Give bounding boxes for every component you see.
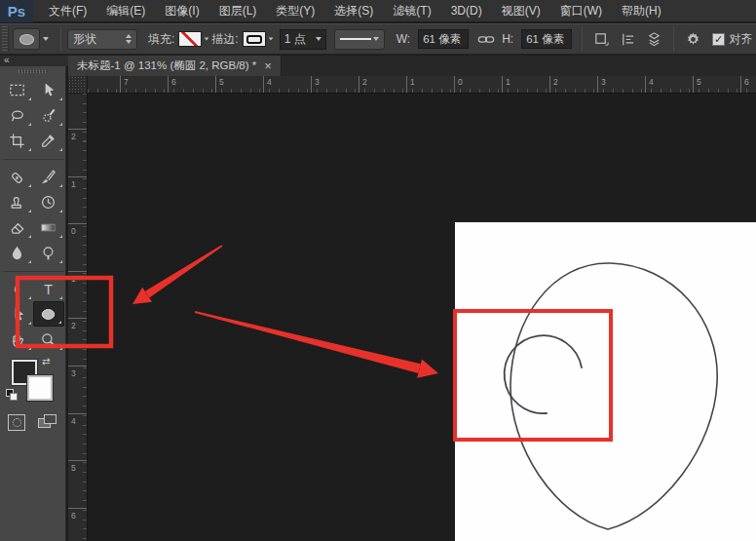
align-edges-checkbox[interactable]: ✓ <box>712 33 725 46</box>
history-brush-tool[interactable] <box>33 189 64 214</box>
vruler-tick-0: 0 <box>68 223 87 224</box>
screen-mode-button[interactable] <box>38 414 57 431</box>
photoshop-logo: Ps <box>0 0 33 22</box>
tool-mode-value: 形状 <box>73 31 96 48</box>
ellipse-tool-preset-icon <box>13 28 40 50</box>
type-icon: T <box>39 280 57 298</box>
menu-item-0[interactable]: 文件(F) <box>39 0 96 22</box>
horizontal-ruler[interactable]: 76543210123456 <box>88 76 756 94</box>
gear-icon[interactable] <box>685 31 701 48</box>
hruler-tick-4: 4 <box>645 76 646 93</box>
menu-items: 文件(F)编辑(E)图像(I)图层(L)类型(Y)选择(S)滤镜(T)3D(D)… <box>33 0 671 22</box>
menu-item-7[interactable]: 3D(D) <box>441 0 492 22</box>
hruler-tick-0: 0 <box>454 76 455 93</box>
collapse-panel-button[interactable]: « <box>0 56 68 66</box>
path-arrangement-icon[interactable] <box>646 31 662 48</box>
spot-healing-brush-icon <box>8 168 26 186</box>
spot-healing-brush-tool[interactable] <box>2 164 33 189</box>
ruler-origin-corner[interactable] <box>68 76 88 94</box>
chevron-down-icon <box>268 37 273 40</box>
menu-item-5[interactable]: 选择(S) <box>324 0 383 22</box>
tools-grid: T <box>0 77 65 352</box>
hruler-tick-6: 6 <box>168 76 169 93</box>
brush-tool[interactable] <box>33 164 64 189</box>
menu-item-1[interactable]: 编辑(E) <box>96 0 155 22</box>
document-canvas[interactable] <box>455 222 756 541</box>
color-swatches: ⇄ <box>0 356 65 406</box>
stroke-style-dropdown[interactable] <box>334 29 385 50</box>
tool-preset-picker[interactable] <box>13 28 49 50</box>
lasso-icon <box>8 106 26 125</box>
move-icon <box>39 81 57 99</box>
tool-mode-dropdown[interactable]: 形状 <box>67 29 137 50</box>
crop-tool[interactable] <box>2 128 33 153</box>
quick-selection-tool[interactable] <box>33 102 64 128</box>
stroke-color-swatch[interactable] <box>243 31 266 47</box>
ellipse-icon <box>39 305 57 324</box>
separator <box>673 27 674 51</box>
blur-tool[interactable] <box>2 240 33 265</box>
panel-grip[interactable] <box>19 69 48 73</box>
vertical-ruler[interactable]: 210123456 <box>68 94 88 541</box>
shape-width-field[interactable]: 61 像素 <box>418 29 469 49</box>
zoom-tool[interactable] <box>33 327 64 352</box>
background-color-swatch[interactable] <box>27 375 53 401</box>
path-operations-icon[interactable] <box>593 31 610 48</box>
solid-line-icon <box>340 38 371 40</box>
zoom-icon <box>39 330 57 349</box>
swap-colors-icon[interactable]: ⇄ <box>42 356 50 367</box>
vruler-tick-2: 2 <box>68 129 87 130</box>
type-tool[interactable]: T <box>33 276 64 301</box>
menu-item-4[interactable]: 类型(Y) <box>266 0 324 22</box>
fill-label: 填充: <box>148 31 174 48</box>
width-label: W: <box>397 32 410 46</box>
quick-mask-button[interactable] <box>8 414 25 431</box>
eyedropper-icon <box>39 132 57 150</box>
vruler-tick-3: 3 <box>68 366 87 367</box>
svg-text:T: T <box>44 281 53 296</box>
document-tab-bar: 未标题-1 @ 131% (椭圆 2, RGB/8) * × <box>68 56 756 76</box>
shape-height-field[interactable]: 61 像素 <box>521 29 572 49</box>
gradient-tool[interactable] <box>33 214 64 240</box>
menu-item-6[interactable]: 滤镜(T) <box>383 0 440 22</box>
eyedropper-tool[interactable] <box>33 128 64 153</box>
separator <box>60 27 61 51</box>
path-alignment-icon[interactable] <box>620 31 636 48</box>
photoshop-window: Ps 文件(F)编辑(E)图像(I)图层(L)类型(Y)选择(S)滤镜(T)3D… <box>0 0 756 541</box>
hand-tool[interactable] <box>2 327 33 352</box>
tool-options-bar: 形状 填充: 描边: 1 点 W: 61 像素 H: 61 像素 <box>0 23 756 55</box>
menu-item-3[interactable]: 图层(L) <box>209 0 267 22</box>
path-selection-tool[interactable] <box>2 301 33 327</box>
rectangular-marquee-tool[interactable] <box>2 77 33 102</box>
menu-item-8[interactable]: 视图(V) <box>492 0 550 22</box>
hruler-tick-1: 1 <box>502 76 503 93</box>
menu-item-2[interactable]: 图像(I) <box>155 0 208 22</box>
blur-icon <box>8 244 26 262</box>
close-tab-icon[interactable]: × <box>264 59 272 72</box>
hruler-tick-2: 2 <box>549 76 550 93</box>
clone-stamp-tool[interactable] <box>2 189 33 214</box>
brush-icon <box>39 168 57 186</box>
link-dimensions-icon[interactable] <box>477 33 495 46</box>
dodge-tool[interactable] <box>33 240 64 265</box>
rectangular-marquee-icon <box>8 81 26 99</box>
hruler-tick-3: 3 <box>597 76 598 93</box>
document-tab[interactable]: 未标题-1 @ 131% (椭圆 2, RGB/8) * × <box>68 56 282 76</box>
stroke-width-dropdown[interactable]: 1 点 <box>280 29 326 50</box>
vruler-tick-4: 4 <box>68 413 87 414</box>
chevron-down-icon <box>43 37 49 41</box>
menu-item-10[interactable]: 帮助(H) <box>612 0 671 22</box>
pen-tool[interactable] <box>2 276 33 301</box>
chevron-down-icon <box>316 37 321 41</box>
move-tool[interactable] <box>33 77 64 102</box>
hruler-tick-5: 5 <box>215 76 216 93</box>
default-colors-icon[interactable] <box>6 389 19 401</box>
ellipse-tool[interactable] <box>33 301 64 327</box>
lasso-tool[interactable] <box>2 102 33 128</box>
eraser-tool[interactable] <box>2 214 33 240</box>
spinner-icon <box>126 34 132 44</box>
fill-color-swatch-none[interactable] <box>178 31 202 47</box>
chevron-down-icon <box>373 37 379 41</box>
menu-item-9[interactable]: 窗口(W) <box>550 0 612 22</box>
hruler-tick-7: 7 <box>120 76 121 93</box>
